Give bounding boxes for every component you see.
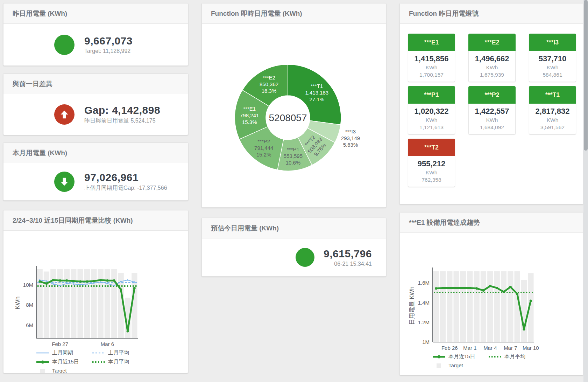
svg-text:Mar 6: Mar 6 bbox=[101, 341, 114, 347]
kpi-timestamp: 06-21 15:34:41 bbox=[324, 261, 372, 267]
legend-item[interactable]: 本月平均 bbox=[488, 353, 544, 360]
device-tile[interactable]: ***T12,817,832KWh3,591,562 bbox=[529, 86, 576, 134]
legend-swatch-icon bbox=[432, 354, 446, 359]
kpi-value: Gap: 4,142,898 bbox=[84, 104, 160, 116]
target-bar bbox=[467, 271, 473, 342]
dashboard: 昨日用電量 (KWh) 9,667,073 Target: 11,128,992… bbox=[0, 0, 588, 382]
svg-text:10M: 10M bbox=[23, 282, 33, 288]
tile-name: ***E1 bbox=[408, 34, 455, 51]
target-bar bbox=[91, 269, 97, 338]
card-title: ***E1 設備用電達成趨勢 bbox=[400, 213, 583, 233]
tile-target-value: 1,700,157 bbox=[410, 72, 453, 78]
legend-item[interactable]: Target bbox=[36, 368, 92, 373]
device-tile[interactable]: ***P21,422,557KWh1,684,092 bbox=[468, 86, 516, 134]
legend-item[interactable]: 本月近15日 bbox=[432, 353, 488, 360]
device-tile[interactable]: ***E11,415,856KWh1,700,157 bbox=[408, 34, 455, 82]
legend-swatch-icon bbox=[488, 354, 502, 359]
card-title: 預估今日用電量 (KWh) bbox=[202, 218, 386, 238]
tile-target-value: 3,591,562 bbox=[531, 124, 574, 131]
tile-target-value: 762,358 bbox=[410, 177, 453, 183]
target-bar bbox=[433, 271, 439, 342]
compare-chart-legend: 上月同期上月平均本月近15日本月平均Target bbox=[36, 349, 162, 373]
tile-name: ***E2 bbox=[468, 34, 516, 51]
device-tile[interactable]: ***T2955,212KWh762,358 bbox=[408, 139, 455, 187]
tile-unit: KWh bbox=[410, 64, 453, 71]
status-circle-icon bbox=[296, 248, 314, 267]
target-bar bbox=[84, 269, 90, 338]
target-bar bbox=[71, 269, 76, 338]
target-bar bbox=[474, 271, 480, 342]
kpi-value: 97,026,961 bbox=[84, 172, 167, 183]
legend-label: 本月平均 bbox=[108, 359, 129, 365]
svg-text:***I3293,1495.63%: ***I3293,1495.63% bbox=[341, 129, 360, 148]
tile-value: 1,496,662 bbox=[470, 54, 514, 63]
card-title: 2/24~3/10 近15日同期用電量比較 (KWh) bbox=[3, 210, 188, 231]
e1-trend-legend: 本月近15日本月平均Target bbox=[432, 353, 558, 368]
svg-text:1.2M: 1.2M bbox=[418, 319, 430, 325]
compare-chart: 6M8M10MFeb 27Mar 6KWh bbox=[14, 264, 161, 349]
target-bar bbox=[78, 269, 83, 338]
card-compare-chart: 2/24~3/10 近15日同期用電量比較 (KWh) 6M8M10MFeb 2… bbox=[3, 210, 188, 373]
tile-name: ***T1 bbox=[529, 86, 576, 104]
tile-name: ***T2 bbox=[408, 139, 455, 156]
target-bar bbox=[447, 271, 452, 342]
legend-swatch-icon bbox=[92, 360, 106, 364]
kpi-subtext: Target: 11,128,992 bbox=[84, 48, 133, 54]
device-tile[interactable]: ***P11,020,322KWh1,121,613 bbox=[408, 86, 455, 134]
tile-target-value: 1,121,613 bbox=[410, 124, 453, 131]
card-gap-prev-day: 與前一日差異 Gap: 4,142,898 昨日與前日用電量 5,524,175 bbox=[3, 74, 188, 135]
legend-item[interactable]: 上月平均 bbox=[92, 349, 148, 356]
donut-chart[interactable]: ***T11,413,18327.1%***I3293,1495.63%***T… bbox=[202, 24, 386, 207]
legend-label: Target bbox=[52, 368, 67, 373]
e1-trend-chart: 1M1.2M1.4M1.6MFeb 26Mar 1Mar 4Mar 7Mar 1… bbox=[405, 265, 556, 353]
target-bar bbox=[487, 271, 493, 342]
legend-label: 上月同期 bbox=[52, 349, 73, 356]
kpi-subtext: 昨日與前日用電量 5,524,175 bbox=[84, 117, 160, 125]
legend-item[interactable]: Target bbox=[432, 362, 488, 368]
card-estimate-today: 預估今日用電量 (KWh) 9,615,796 06-21 15:34:41 bbox=[201, 218, 386, 277]
card-e1-trend: ***E1 設備用電達成趨勢 1M1.2M1.4M1.6MFeb 26Mar 1… bbox=[399, 212, 583, 375]
arrow-down-icon bbox=[54, 172, 75, 192]
card-yesterday-usage: 昨日用電量 (KWh) 9,667,073 Target: 11,128,992 bbox=[3, 3, 188, 66]
legend-item[interactable]: 上月同期 bbox=[36, 349, 92, 356]
arrow-up-icon bbox=[54, 104, 75, 125]
legend-item[interactable]: 本月近15日 bbox=[36, 359, 92, 365]
legend-label: 上月平均 bbox=[108, 349, 129, 356]
svg-text:1M: 1M bbox=[422, 339, 430, 345]
device-tile[interactable]: ***I3537,710KWh584,861 bbox=[529, 34, 576, 82]
tile-value: 2,817,832 bbox=[531, 107, 574, 116]
card-lights: Function 昨日用電燈號 ***E11,415,856KWh1,700,1… bbox=[399, 3, 583, 204]
page-scrollbar bbox=[583, 0, 588, 382]
kpi-subtext: 上個月同期用電Gap: -17,377,566 bbox=[84, 185, 167, 192]
tile-unit: KWh bbox=[410, 117, 453, 123]
tile-target-value: 584,861 bbox=[531, 72, 574, 78]
legend-item[interactable]: 本月平均 bbox=[92, 359, 148, 365]
svg-text:Mar 1: Mar 1 bbox=[463, 345, 476, 351]
tile-unit: KWh bbox=[470, 117, 514, 123]
kpi-value: 9,615,796 bbox=[324, 248, 372, 260]
svg-text:Mar 4: Mar 4 bbox=[483, 345, 497, 351]
svg-text:KWh: KWh bbox=[14, 297, 21, 310]
svg-text:日用電量 KWh: 日用電量 KWh bbox=[409, 286, 415, 325]
device-tile[interactable]: ***E21,496,662KWh1,675,939 bbox=[468, 34, 516, 82]
target-bar bbox=[508, 271, 513, 342]
svg-text:1.4M: 1.4M bbox=[418, 300, 430, 306]
card-title: 昨日用電量 (KWh) bbox=[3, 4, 188, 24]
tile-name: ***P1 bbox=[408, 86, 455, 104]
svg-text:Mar 7: Mar 7 bbox=[504, 345, 517, 351]
svg-text:1.6M: 1.6M bbox=[418, 280, 430, 286]
legend-swatch-icon bbox=[36, 368, 50, 373]
card-function-donut: Function 即時日用電量 (KWh) ***T11,413,18327.1… bbox=[201, 3, 386, 208]
card-title: Function 即時日用電量 (KWh) bbox=[202, 4, 386, 24]
donut-center-value: 5208057 bbox=[269, 112, 307, 123]
card-month-usage: 本月用電量 (KWh) 97,026,961 上個月同期用電Gap: -17,3… bbox=[3, 143, 188, 201]
tile-target-value: 1,684,092 bbox=[470, 124, 514, 131]
tiles-grid: ***E11,415,856KWh1,700,157***E21,496,662… bbox=[400, 24, 583, 187]
donut-slice-label: ***I3293,1495.63% bbox=[341, 129, 360, 148]
svg-text:8M: 8M bbox=[26, 302, 33, 308]
tile-unit: KWh bbox=[410, 169, 453, 176]
tile-unit: KWh bbox=[531, 64, 574, 71]
scrollbar-thumb[interactable] bbox=[584, 0, 588, 151]
legend-swatch-icon bbox=[432, 363, 446, 368]
card-title: 與前一日差異 bbox=[3, 74, 188, 94]
